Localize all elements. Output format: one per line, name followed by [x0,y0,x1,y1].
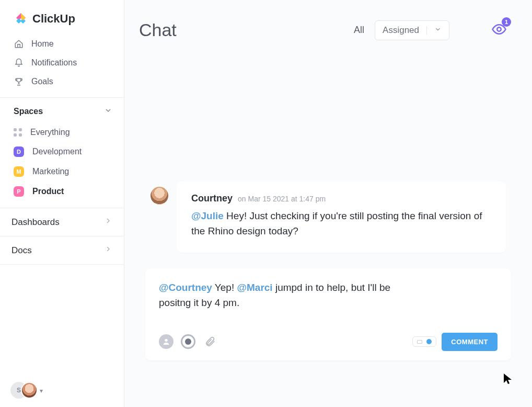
bell-icon [14,58,24,68]
comment-button[interactable]: COMMENT [442,333,498,351]
nav-notifications-label: Notifications [31,58,77,67]
brand-name: ClickUp [32,12,75,26]
space-badge: P [14,186,24,197]
space-everything[interactable]: Everything [0,123,124,142]
page-title: Chat [139,20,177,40]
nav-home-label: Home [31,39,54,49]
comment-composer[interactable]: @Courtney Yep! @Marci jumpd in to help, … [145,268,511,360]
watchers-button[interactable]: 1 [491,21,507,39]
space-product[interactable]: P Product [0,182,124,201]
space-badge: M [14,166,24,177]
eye-icon [491,30,507,39]
space-badge: D [14,146,24,157]
sidebar: ClickUp Home Notifications Goals Spaces [0,0,124,407]
chevron-down-icon [104,106,112,117]
main-content: Chat All Assigned 1 Courtney [124,0,532,407]
chevron-right-icon [104,245,112,256]
filter-assigned-dropdown[interactable]: Assigned [375,20,449,40]
space-label: Product [32,187,64,196]
nav-goals-label: Goals [31,77,53,86]
mention[interactable]: @Julie [191,210,224,221]
grid-icon [14,128,22,137]
caret-down-icon: ▾ [40,387,43,394]
message-time: on Mar 15 2021 at 1:47 pm [238,195,326,203]
space-development[interactable]: D Development [0,142,124,162]
brand-logo[interactable]: ClickUp [0,0,124,31]
nav-goals[interactable]: Goals [0,72,124,91]
message-list: Courtney on Mar 15 2021 at 1:47 pm @Juli… [124,46,532,253]
chevron-down-icon [434,25,442,36]
filter-assigned-label: Assigned [383,25,419,36]
nav-notifications[interactable]: Notifications [0,53,124,72]
cursor-icon [503,372,513,387]
avatar-stack: S [10,382,37,400]
space-label: Marketing [32,167,69,176]
spaces-header-label: Spaces [14,107,43,116]
composer-toolbar: COMMENT [159,333,498,351]
avatar-image [21,382,38,399]
mention[interactable]: @Courtney [159,282,212,293]
nav-docs-label: Docs [11,245,32,256]
nav-docs[interactable]: Docs [0,236,124,264]
assignee-icon[interactable] [159,334,174,349]
message-item[interactable]: Courtney on Mar 15 2021 at 1:47 pm @Juli… [177,182,506,253]
nav-dashboards[interactable]: Dashboards [0,208,124,236]
chevron-right-icon [104,217,112,228]
comment-mode-toggle[interactable] [412,336,436,347]
space-everything-label: Everything [30,128,70,137]
primary-nav: Home Notifications Goals [0,31,124,97]
separator [426,26,427,35]
trophy-icon [14,76,24,87]
message-author: Courtney [191,193,233,204]
space-marketing[interactable]: M Marketing [0,162,124,182]
spaces-header[interactable]: Spaces [0,98,124,123]
message-body: @Julie Hey! Just checking if you're stil… [191,208,491,239]
svg-point-1 [165,339,167,342]
svg-point-0 [497,27,501,31]
nav-home[interactable]: Home [0,35,124,53]
user-menu[interactable]: S ▾ [0,375,124,407]
mention[interactable]: @Marci [237,282,272,293]
space-label: Development [32,147,82,156]
filter-all[interactable]: All [354,25,364,36]
composer-text[interactable]: @Courtney Yep! @Marci jumpd in to help, … [159,280,399,311]
paperclip-icon[interactable] [203,334,217,349]
chat-header: Chat All Assigned 1 [124,0,532,46]
nav-dashboards-label: Dashboards [11,217,60,228]
box-icon [417,340,422,344]
home-icon [14,39,24,49]
watchers-count: 1 [502,17,511,27]
avatar [151,187,168,205]
clickup-logo-icon [14,12,28,26]
dot-icon [426,339,432,344]
record-icon[interactable] [181,334,195,349]
